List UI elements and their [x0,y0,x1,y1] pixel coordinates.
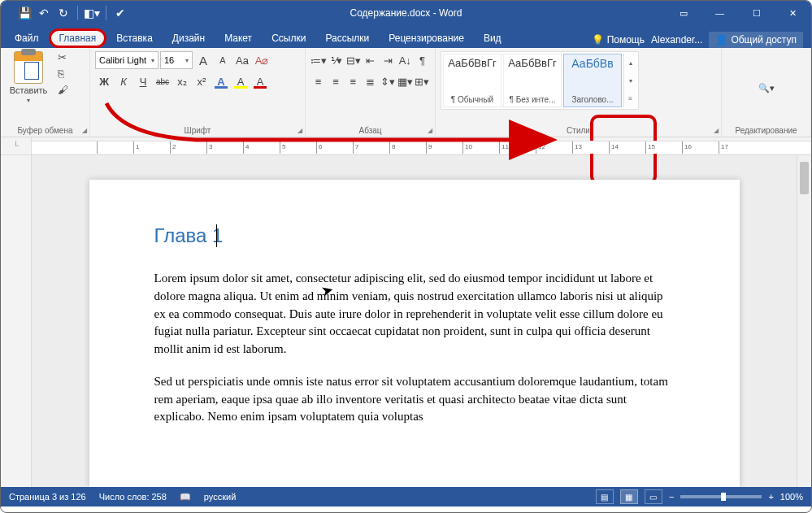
decrease-indent-button[interactable]: ⇤ [363,51,378,69]
group-label-editing: Редактирование [727,124,805,135]
underline-button[interactable]: Ч [134,72,152,90]
styles-gallery[interactable]: АаБбВвГг ¶ Обычный АаБбВвГг ¶ Без инте..… [441,51,639,110]
tab-layout[interactable]: Макет [215,28,262,48]
zoom-in-button[interactable]: + [768,492,773,502]
strike-button[interactable]: abc [154,72,172,90]
format-painter-icon[interactable]: 🖌 [58,84,72,98]
minimize-button[interactable]: — [701,1,738,25]
view-print-layout[interactable]: ▦ [620,489,638,504]
bullets-button[interactable]: ≔▾ [310,51,327,69]
align-left-button[interactable]: ≡ [310,72,326,90]
ribbon: Вставить ▾ ✂ ⎘ 🖌 Буфер обмена ◢ Calibri … [1,48,811,137]
style-heading1[interactable]: АаБбВв Заголово... [563,54,622,107]
document-area: Глава 1 Lorem ipsum dolor sit amet, cons… [1,155,811,487]
status-word-count[interactable]: Число слов: 258 [99,492,167,502]
paste-icon [14,51,43,84]
quick-access-toolbar: 💾 ↶ ↻ ◧▾ ✔ [1,6,128,20]
scroll-thumb[interactable] [800,162,809,194]
status-bar: Страница 3 из 126 Число слов: 258 📖 русс… [1,487,811,506]
clear-format-button[interactable]: A⌀ [253,51,271,69]
user-account[interactable]: Alexander... [651,34,702,46]
styles-more-button[interactable]: ▴▾≡ [623,54,636,107]
group-label-clipboard: Буфер обмена [6,124,85,135]
paste-button[interactable]: Вставить ▾ [6,51,51,104]
tab-file[interactable]: Файл [5,28,49,48]
change-case-button[interactable]: Aa [233,51,251,69]
paragraph-1[interactable]: Lorem ipsum dolor sit amet, consectetur … [154,270,675,359]
touch-mode-icon[interactable]: ◧▾ [85,6,99,20]
tab-references[interactable]: Ссылки [262,28,315,48]
group-label-font: Шрифт [95,124,300,135]
horizontal-ruler[interactable]: └ 1234567891011121314151617 [1,137,811,155]
vertical-scrollbar[interactable] [797,155,811,487]
status-page[interactable]: Страница 3 из 126 [9,492,86,502]
justify-button[interactable]: ≣ [363,72,378,90]
tab-design[interactable]: Дизайн [163,28,215,48]
align-right-button[interactable]: ≡ [345,72,361,90]
document-scroll[interactable]: Глава 1 Lorem ipsum dolor sit amet, cons… [32,155,797,487]
save-icon[interactable]: 💾 [17,6,32,20]
tab-mailings[interactable]: Рассылки [315,28,379,48]
status-proofing-icon[interactable]: 📖 [180,492,191,502]
tab-home[interactable]: Главная [49,28,107,48]
view-web-layout[interactable]: ▭ [645,489,662,504]
ribbon-tabs: Файл Главная Вставка Дизайн Макет Ссылки… [1,25,811,48]
tab-selector[interactable]: └ [1,137,32,154]
maximize-button[interactable]: ☐ [738,1,775,25]
show-marks-button[interactable]: ¶ [415,51,430,69]
text-effects-button[interactable]: A [212,72,230,90]
tab-review[interactable]: Рецензирование [379,28,474,48]
clipboard-dialog-launcher[interactable]: ◢ [82,127,87,134]
tab-insert[interactable]: Вставка [106,28,163,48]
paragraph-dialog-launcher[interactable]: ◢ [428,127,432,134]
font-color-button[interactable]: A [251,72,269,90]
copy-icon[interactable]: ⎘ [58,67,72,82]
status-language[interactable]: русский [204,492,236,502]
group-label-styles: Стили [441,124,716,135]
font-size-combo[interactable]: 16▾ [160,51,193,69]
font-dialog-launcher[interactable]: ◢ [297,127,302,134]
redo-icon[interactable]: ↻ [56,6,71,20]
subscript-button[interactable]: x₂ [173,72,191,90]
cut-icon[interactable]: ✂ [58,51,72,66]
spelling-icon[interactable]: ✔ [113,6,128,20]
share-button[interactable]: 👤 Общий доступ [709,32,803,48]
highlight-button[interactable]: A [232,72,250,90]
sort-button[interactable]: A↓ [397,51,413,69]
window-title: Содержание.docx - Word [350,7,462,19]
bold-button[interactable]: Ж [95,72,113,90]
shading-button[interactable]: ▦▾ [397,72,412,90]
title-bar: 💾 ↶ ↻ ◧▾ ✔ Содержание.docx - Word ▭ — ☐ … [1,1,811,25]
zoom-slider[interactable] [680,495,762,498]
styles-dialog-launcher[interactable]: ◢ [714,127,719,134]
numbering-button[interactable]: ⅟▾ [328,51,344,69]
page[interactable]: Глава 1 Lorem ipsum dolor sit amet, cons… [89,180,740,487]
find-button[interactable]: 🔍▾ [755,81,778,95]
ribbon-options-icon[interactable]: ▭ [665,1,701,25]
group-label-paragraph: Абзац [310,124,430,135]
line-spacing-button[interactable]: ⇕▾ [380,72,395,90]
tell-me[interactable]: 💡 Помощь [592,34,645,46]
tab-view[interactable]: Вид [474,28,511,48]
zoom-level[interactable]: 100% [780,492,803,502]
heading-1[interactable]: Глава 1 [154,224,675,247]
superscript-button[interactable]: x² [193,72,211,90]
view-read-mode[interactable]: ▤ [596,489,614,504]
shrink-font-button[interactable]: A [214,51,232,69]
vertical-ruler[interactable] [1,155,32,487]
style-normal[interactable]: АаБбВвГг ¶ Обычный [443,54,502,107]
paragraph-2[interactable]: Sed ut perspiciatis unde omnis iste natu… [154,373,675,426]
grow-font-button[interactable]: A [194,51,212,69]
align-center-button[interactable]: ≡ [328,72,343,90]
close-button[interactable]: ✕ [775,1,811,25]
zoom-out-button[interactable]: − [669,492,674,502]
text-cursor [216,224,217,247]
font-name-combo[interactable]: Calibri Light▾ [95,51,158,69]
undo-icon[interactable]: ↶ [37,6,51,20]
italic-button[interactable]: К [115,72,132,90]
borders-button[interactable]: ⊞▾ [415,72,430,90]
increase-indent-button[interactable]: ⇥ [380,51,396,69]
multilevel-button[interactable]: ⊟▾ [345,51,361,69]
style-no-spacing[interactable]: АаБбВвГг ¶ Без инте... [503,54,562,107]
